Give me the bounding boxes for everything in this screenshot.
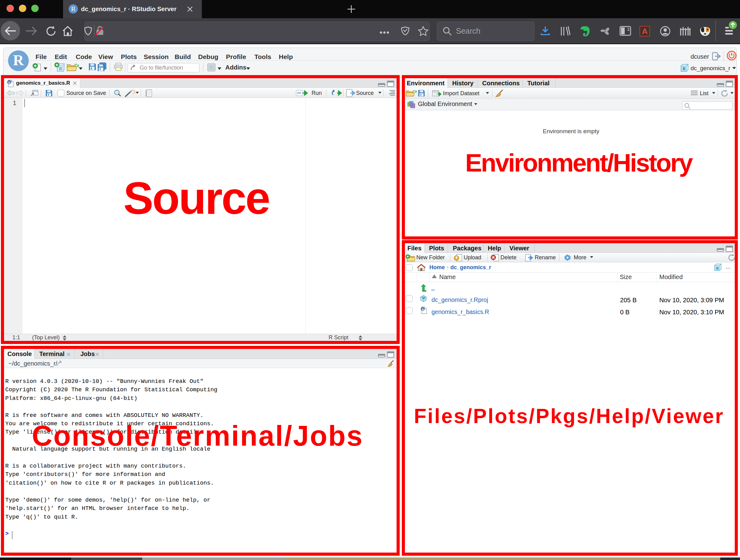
svg-text:R: R [59,66,62,71]
svg-text:R: R [682,67,686,71]
